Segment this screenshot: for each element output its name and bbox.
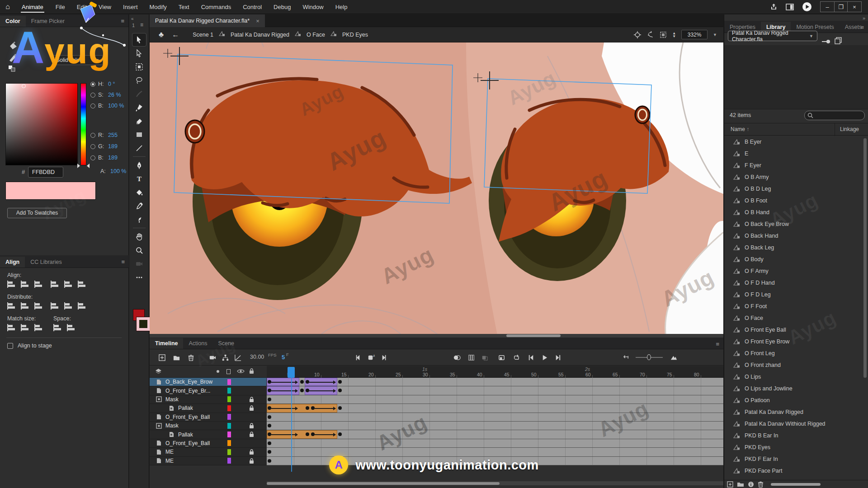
collapse-panel-icon[interactable]: » bbox=[863, 15, 865, 21]
camera-layer-icon[interactable] bbox=[208, 352, 217, 362]
align-to-stage-checkbox[interactable] bbox=[7, 343, 13, 349]
layer-name[interactable]: Mask bbox=[165, 422, 179, 429]
column-linkage[interactable]: Linkage bbox=[840, 126, 859, 132]
panel-menu-icon[interactable]: ≡ bbox=[140, 22, 143, 28]
library-item-name[interactable]: Patal Ka Danav Withiout Rigged bbox=[745, 421, 826, 427]
hue-slider-handle-left[interactable] bbox=[77, 164, 80, 168]
library-item-row[interactable]: F Eyer bbox=[724, 160, 868, 171]
color-component-value[interactable]: 0 ° bbox=[108, 81, 115, 87]
dist-left-button[interactable] bbox=[51, 302, 61, 310]
menu-commands[interactable]: Commands bbox=[195, 0, 237, 14]
menu-edit[interactable]: Edit bbox=[71, 0, 93, 14]
hex-color-input[interactable]: FFBDBD bbox=[28, 167, 63, 178]
timeline-layer-row[interactable]: O_Back_Eye_Brow bbox=[150, 378, 266, 386]
layer-lock-icon[interactable] bbox=[249, 458, 254, 464]
frame-row[interactable] bbox=[267, 439, 723, 448]
frame-row[interactable] bbox=[267, 386, 723, 395]
color-component-value[interactable]: 189 bbox=[108, 155, 118, 161]
library-item-name[interactable]: Patal Ka Danav Rigged bbox=[745, 409, 803, 415]
add-to-swatches-button[interactable]: Add To Swatches bbox=[7, 208, 67, 218]
share-icon[interactable] bbox=[770, 3, 778, 11]
delete-layer-icon[interactable] bbox=[186, 352, 196, 362]
library-hscrollbar-thumb[interactable] bbox=[771, 483, 821, 486]
alpha-value[interactable]: 100 % bbox=[110, 168, 126, 174]
frame-row[interactable] bbox=[267, 378, 723, 386]
new-symbol-icon[interactable] bbox=[727, 481, 733, 488]
timeline-horizontal-scrollbar[interactable] bbox=[267, 481, 723, 485]
timeline-layer-row[interactable]: Pallak bbox=[150, 430, 266, 439]
minimize-button[interactable]: – bbox=[821, 2, 834, 12]
menu-debug[interactable]: Debug bbox=[268, 0, 297, 14]
library-item-name[interactable]: O Back Hand bbox=[745, 233, 778, 239]
library-item-row[interactable]: E bbox=[724, 148, 868, 160]
insert-keyframe-icon[interactable]: A bbox=[366, 352, 376, 362]
tab-scene[interactable]: Scene bbox=[212, 338, 239, 349]
breadcrumb-item[interactable]: Patal Ka Danav Rigged bbox=[229, 32, 291, 38]
library-item-name[interactable]: PKD F Ear In bbox=[745, 456, 778, 462]
graph-editor-icon[interactable] bbox=[233, 352, 243, 362]
eraser-tool[interactable] bbox=[132, 115, 146, 127]
timeline-layer-row[interactable]: ME bbox=[150, 448, 266, 456]
library-item-name[interactable]: O Back Eye Brow bbox=[745, 221, 789, 227]
library-item-name[interactable]: O B Army bbox=[745, 174, 769, 180]
frame-ruler[interactable]: 1s2s5101520253035404550556065707580 bbox=[267, 366, 723, 378]
menu-animate[interactable]: Animate bbox=[15, 0, 50, 14]
frame-row[interactable] bbox=[267, 430, 723, 439]
library-item-row[interactable]: PKD Eyes bbox=[724, 441, 868, 453]
library-item-name[interactable]: PKD Eyes bbox=[745, 444, 770, 450]
tab-timeline[interactable]: Timeline bbox=[150, 338, 183, 349]
keyframe-dot[interactable] bbox=[338, 406, 342, 410]
visibility-column-icon[interactable] bbox=[237, 368, 245, 374]
keyframe-dot[interactable] bbox=[268, 424, 271, 427]
panel-menu-icon[interactable]: ≡ bbox=[121, 258, 125, 265]
library-document-dropdown[interactable]: Patal Ka Danav Rigged Character.fla▼ bbox=[728, 31, 817, 41]
library-item-name[interactable]: O B Hand bbox=[745, 209, 769, 216]
library-item-name[interactable]: PKD B Ear In bbox=[745, 432, 778, 439]
item-properties-icon[interactable] bbox=[748, 481, 754, 488]
menu-help[interactable]: Help bbox=[330, 0, 354, 14]
keyframe-dot[interactable] bbox=[268, 459, 271, 463]
stage-scrollbar-thumb[interactable] bbox=[506, 334, 561, 337]
match-both-button[interactable] bbox=[34, 324, 44, 332]
breadcrumb-item[interactable]: PKD Eyes bbox=[340, 32, 370, 38]
free-transform-tool[interactable] bbox=[132, 61, 146, 73]
line-tool[interactable] bbox=[132, 142, 146, 155]
saturation-brightness-picker[interactable] bbox=[5, 83, 78, 165]
library-item-row[interactable]: B Eyer bbox=[724, 136, 868, 148]
library-item-row[interactable]: O Patloon bbox=[724, 394, 868, 406]
lasso-tool[interactable] bbox=[132, 74, 146, 87]
text-tool[interactable]: T bbox=[132, 173, 146, 185]
dist-top-button[interactable] bbox=[7, 302, 17, 310]
library-item-row[interactable]: O F D Hand bbox=[724, 277, 868, 289]
align-left-button[interactable] bbox=[7, 280, 17, 288]
zoom-level-input[interactable]: 332% bbox=[681, 30, 708, 39]
pen-tool[interactable] bbox=[132, 159, 146, 172]
library-item-name[interactable]: O Lips bbox=[745, 374, 761, 380]
layer-name[interactable]: Pallak bbox=[178, 432, 193, 438]
radio-button[interactable] bbox=[90, 82, 95, 87]
rectangle-tool[interactable] bbox=[132, 128, 146, 141]
center-stage-icon[interactable] bbox=[634, 31, 641, 38]
layer-color-chip[interactable] bbox=[227, 440, 231, 446]
layer-color-chip[interactable] bbox=[227, 414, 231, 420]
layer-name[interactable]: O_Front_Eye_Ball bbox=[165, 414, 210, 420]
library-item-name[interactable]: O Face bbox=[745, 315, 763, 321]
menu-view[interactable]: View bbox=[93, 0, 117, 14]
close-document-icon[interactable]: × bbox=[256, 18, 259, 24]
delete-item-icon[interactable] bbox=[758, 481, 764, 488]
brush-tool[interactable] bbox=[132, 101, 146, 114]
library-item-name[interactable]: O F Army bbox=[745, 268, 769, 274]
play-icon[interactable] bbox=[539, 352, 549, 362]
library-item-name[interactable]: O Lips and Jowline bbox=[745, 385, 793, 392]
subselection-tool[interactable] bbox=[132, 47, 146, 60]
tab-cc-libraries[interactable]: CC Libraries bbox=[25, 257, 67, 267]
paint-bucket-tool[interactable] bbox=[132, 186, 146, 199]
fill-color-control[interactable] bbox=[8, 42, 20, 51]
layer-color-chip[interactable] bbox=[227, 458, 231, 464]
layer-color-chip[interactable] bbox=[227, 432, 231, 437]
library-item-name[interactable]: O Body bbox=[745, 256, 764, 263]
library-item-row[interactable]: O B Foot bbox=[724, 195, 868, 206]
menu-window[interactable]: Window bbox=[297, 0, 329, 14]
library-item-row[interactable]: O Lips bbox=[724, 371, 868, 383]
library-item-row[interactable]: O F D Leg bbox=[724, 289, 868, 300]
